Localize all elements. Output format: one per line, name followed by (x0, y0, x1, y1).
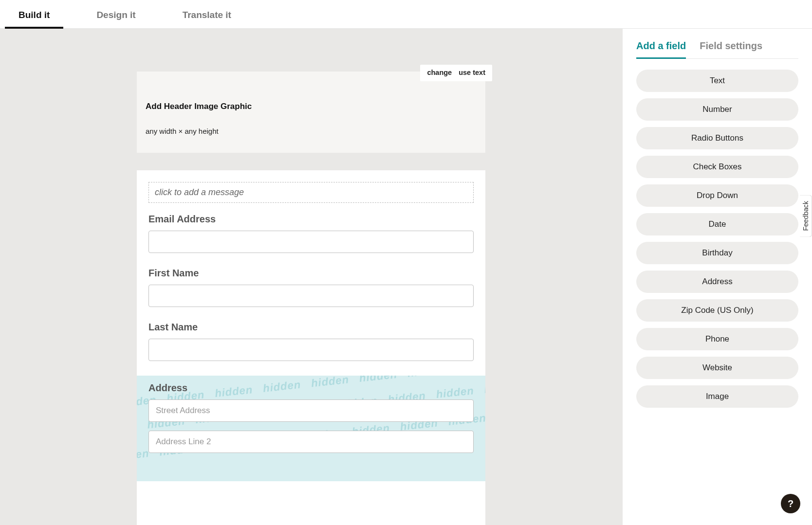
field-type-drop-down[interactable]: Drop Down (636, 184, 798, 207)
feedback-tab[interactable]: Feedback (800, 195, 812, 237)
field-last-name[interactable]: Last Name (148, 322, 474, 361)
header-card-dimensions: any width × any height (146, 127, 477, 135)
first-name-label: First Name (148, 268, 474, 279)
field-type-birthday[interactable]: Birthday (636, 242, 798, 264)
side-panel: Add a field Field settings Text Number R… (622, 29, 812, 525)
field-type-radio-buttons[interactable]: Radio Buttons (636, 127, 798, 149)
email-label: Email Address (148, 214, 474, 225)
form-card: click to add a message Email Address Fir… (137, 170, 485, 525)
field-type-check-boxes[interactable]: Check Boxes (636, 156, 798, 178)
email-input[interactable] (148, 231, 474, 253)
add-message-placeholder[interactable]: click to add a message (148, 182, 474, 203)
field-type-website[interactable]: Website (636, 357, 798, 379)
header-card-actions: change use text (420, 65, 492, 81)
use-text-link[interactable]: use text (459, 69, 485, 76)
address-label: Address (148, 382, 474, 394)
field-type-text[interactable]: Text (636, 70, 798, 92)
field-first-name[interactable]: First Name (148, 268, 474, 307)
side-tabs: Add a field Field settings (636, 40, 798, 59)
field-type-address[interactable]: Address (636, 271, 798, 293)
header-card-title: Add Header Image Graphic (146, 102, 477, 111)
last-name-label: Last Name (148, 322, 474, 333)
field-type-image[interactable]: Image (636, 385, 798, 408)
change-link[interactable]: change (427, 69, 452, 76)
header-image-card[interactable]: change use text Add Header Image Graphic… (137, 72, 485, 153)
tab-translate[interactable]: Translate it (169, 10, 245, 28)
tab-build[interactable]: Build it (5, 10, 63, 28)
field-type-number[interactable]: Number (636, 98, 798, 121)
field-email[interactable]: Email Address (148, 214, 474, 253)
field-type-date[interactable]: Date (636, 213, 798, 235)
help-button[interactable]: ? (781, 494, 800, 513)
field-address[interactable]: hidden hidden hidden hidden hidden hidde… (137, 376, 485, 481)
tab-design[interactable]: Design it (83, 10, 149, 28)
tab-field-settings[interactable]: Field settings (700, 40, 762, 58)
field-type-phone[interactable]: Phone (636, 328, 798, 350)
top-tabs: Build it Design it Translate it (0, 0, 812, 29)
form-canvas: change use text Add Header Image Graphic… (0, 29, 622, 525)
first-name-input[interactable] (148, 285, 474, 307)
last-name-input[interactable] (148, 339, 474, 361)
street-address-input[interactable] (148, 399, 474, 422)
tab-add-field[interactable]: Add a field (636, 40, 686, 58)
field-type-zip-code[interactable]: Zip Code (US Only) (636, 299, 798, 322)
address-line2-input[interactable] (148, 431, 474, 453)
